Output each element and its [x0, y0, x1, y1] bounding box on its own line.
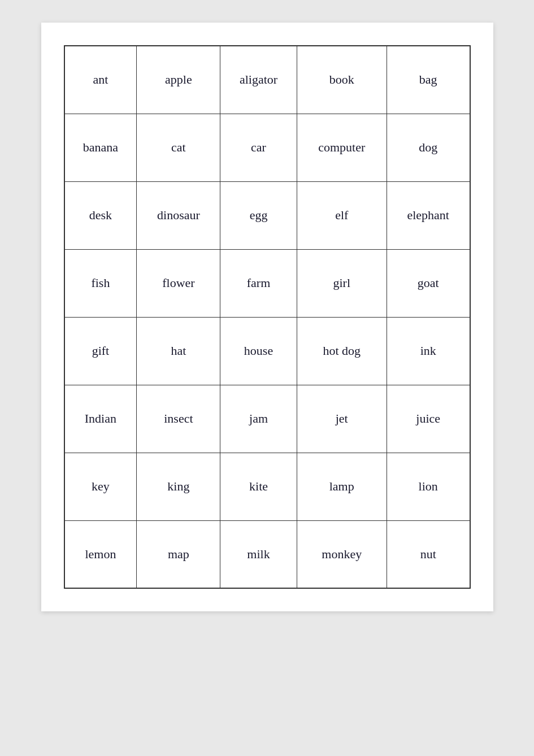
word-cell: ink [387, 317, 470, 385]
word-cell: Indian [64, 385, 137, 453]
word-cell: computer [297, 114, 387, 181]
word-cell: lion [387, 453, 470, 520]
word-cell: banana [64, 114, 137, 181]
word-cell: girl [297, 249, 387, 317]
table-row: antapplealigatorbookbag [64, 46, 470, 114]
word-cell: cat [137, 114, 220, 181]
word-cell: elf [297, 181, 387, 249]
word-cell: key [64, 453, 137, 520]
table-row: gifthathousehot dogink [64, 317, 470, 385]
word-cell: egg [220, 181, 297, 249]
word-cell: juice [387, 385, 470, 453]
word-cell: lemon [64, 520, 137, 588]
word-cell: book [297, 46, 387, 114]
word-cell: car [220, 114, 297, 181]
word-cell: fish [64, 249, 137, 317]
page-container: antapplealigatorbookbagbananacatcarcompu… [41, 23, 493, 611]
word-cell: goat [387, 249, 470, 317]
word-cell: king [137, 453, 220, 520]
word-cell: jam [220, 385, 297, 453]
word-cell: lamp [297, 453, 387, 520]
word-grid: antapplealigatorbookbagbananacatcarcompu… [64, 45, 471, 589]
table-row: keykingkitelamplion [64, 453, 470, 520]
word-cell: ant [64, 46, 137, 114]
word-cell: insect [137, 385, 220, 453]
word-cell: desk [64, 181, 137, 249]
table-row: bananacatcarcomputerdog [64, 114, 470, 181]
word-cell: kite [220, 453, 297, 520]
word-cell: apple [137, 46, 220, 114]
word-cell: map [137, 520, 220, 588]
word-cell: jet [297, 385, 387, 453]
word-cell: flower [137, 249, 220, 317]
word-cell: hat [137, 317, 220, 385]
table-row: lemonmapmilkmonkeynut [64, 520, 470, 588]
word-cell: bag [387, 46, 470, 114]
table-row: Indianinsectjamjetjuice [64, 385, 470, 453]
word-cell: elephant [387, 181, 470, 249]
word-cell: monkey [297, 520, 387, 588]
word-cell: gift [64, 317, 137, 385]
table-row: fishflowerfarmgirlgoat [64, 249, 470, 317]
table-row: deskdinosaureggelfelephant [64, 181, 470, 249]
word-cell: nut [387, 520, 470, 588]
word-cell: house [220, 317, 297, 385]
word-cell: aligator [220, 46, 297, 114]
word-cell: dinosaur [137, 181, 220, 249]
word-cell: dog [387, 114, 470, 181]
word-cell: hot dog [297, 317, 387, 385]
word-cell: milk [220, 520, 297, 588]
word-cell: farm [220, 249, 297, 317]
